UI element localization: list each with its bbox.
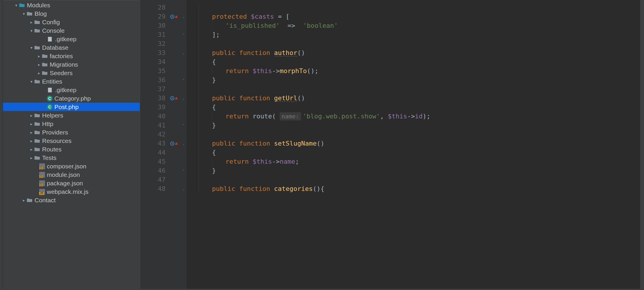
fold-handle[interactable]: ⌃ [181, 121, 186, 130]
gutter-marker[interactable] [170, 75, 181, 84]
gutter-marker[interactable] [170, 148, 181, 157]
override-icon[interactable] [170, 141, 174, 146]
fold-handle[interactable]: ⌄ [181, 48, 186, 57]
fold-handle[interactable] [181, 130, 186, 139]
gutter-marker[interactable] [170, 184, 181, 193]
chevron-down-icon[interactable]: ▾ [29, 79, 34, 84]
line-number[interactable]: 43 [140, 139, 170, 148]
fold-handle[interactable]: ⌄ [181, 184, 186, 193]
tree-item-factories[interactable]: ▸ factories [3, 52, 140, 60]
fold-handle[interactable] [181, 157, 186, 166]
fold-handle[interactable] [181, 57, 186, 66]
gutter-marker[interactable] [170, 39, 181, 48]
chevron-right-icon[interactable]: ▸ [36, 54, 42, 58]
up-arrow-icon[interactable] [175, 97, 178, 99]
tree-item-console[interactable]: ▾ Console [3, 26, 140, 35]
tree-item-webpack-mix-js[interactable]: webpack.mix.js [3, 187, 140, 196]
gutter-marker[interactable] [170, 175, 181, 184]
line-number[interactable]: 31 [140, 30, 170, 39]
line-number[interactable]: 29 [140, 12, 170, 21]
gutter-marker[interactable] [170, 157, 181, 166]
chevron-right-icon[interactable]: ▸ [29, 20, 34, 25]
tree-item-post-php[interactable]: C Post.php [3, 103, 140, 111]
chevron-right-icon[interactable]: ▸ [29, 122, 34, 126]
override-icon[interactable] [170, 15, 174, 19]
chevron-down-icon[interactable]: ▾ [13, 3, 19, 8]
fold-handle[interactable]: ⌃ [181, 166, 186, 175]
up-arrow-icon[interactable] [175, 15, 178, 18]
line-number[interactable]: 35 [140, 66, 170, 75]
line-number[interactable]: 38 [140, 94, 170, 103]
line-number[interactable]: 34 [140, 57, 170, 66]
gutter-marker[interactable] [170, 3, 181, 12]
gutter-marker[interactable] [170, 103, 181, 112]
fold-handle[interactable]: ⌃ [181, 75, 186, 84]
tree-item-routes[interactable]: ▸ Routes [3, 145, 140, 153]
gutter-marker[interactable] [170, 130, 181, 139]
fold-handle[interactable]: ⌄ [181, 139, 186, 148]
gutter-marker[interactable] [170, 57, 181, 66]
error-stripe[interactable] [640, 0, 644, 290]
tree-item-contact[interactable]: ▸ Contact [3, 196, 140, 204]
chevron-right-icon[interactable]: ▸ [29, 113, 34, 118]
line-number[interactable]: 36 [140, 75, 170, 84]
fold-handle[interactable] [181, 3, 186, 12]
tree-item-package-json[interactable]: package.json [3, 179, 140, 187]
tree-item-migrations[interactable]: ▸ Migrations [3, 60, 140, 69]
tree-item-composer-json[interactable]: composer.json [3, 162, 140, 170]
gutter-marker[interactable] [170, 66, 181, 75]
tree-item-http[interactable]: ▸ Http [3, 120, 140, 128]
override-icon[interactable] [170, 96, 174, 100]
chevron-right-icon[interactable]: ▸ [36, 62, 42, 67]
chevron-down-icon[interactable]: ▾ [29, 28, 34, 33]
line-number[interactable]: 33 [140, 48, 170, 57]
fold-gutter[interactable]: ⌄⌃⌄⌃⌄⌃⌄⌃⌄ [181, 0, 186, 290]
line-number[interactable]: 40 [140, 112, 170, 121]
tree-item-blog[interactable]: ▾ Blog [3, 9, 140, 18]
gutter-marker[interactable] [170, 139, 181, 148]
gutter-marker[interactable] [170, 84, 181, 94]
fold-handle[interactable] [181, 175, 186, 184]
gutter-marker[interactable] [170, 166, 181, 175]
tree-item-gitkeep[interactable]: .gitkeep [3, 35, 140, 43]
fold-handle[interactable] [181, 103, 186, 112]
tool-rail-left[interactable] [0, 0, 3, 290]
fold-handle[interactable]: ⌃ [181, 30, 186, 39]
marker-gutter[interactable] [170, 0, 181, 290]
tree-item-module-json[interactable]: module.json [3, 170, 140, 179]
chevron-right-icon[interactable]: ▸ [36, 71, 42, 75]
gutter-marker[interactable] [170, 12, 181, 21]
tree-item-tests[interactable]: ▸ Tests [3, 153, 140, 162]
code-editor[interactable]: 2829303132333435363738394041424344454647… [140, 0, 644, 290]
gutter-marker[interactable] [170, 21, 181, 30]
project-tree[interactable]: ▾ Modules ▾ Blog ▸ Config ▾ Console [3, 0, 140, 290]
tree-item-seeders[interactable]: ▸ Seeders [3, 69, 140, 77]
line-number[interactable]: 47 [140, 175, 170, 184]
tree-item-modules[interactable]: ▾ Modules [3, 1, 140, 9]
code-area[interactable]: protected $casts = [ 'is_published' => '… [186, 0, 640, 290]
gutter-marker[interactable] [170, 112, 181, 121]
gutter-marker[interactable] [170, 30, 181, 39]
fold-handle[interactable] [181, 21, 186, 30]
chevron-right-icon[interactable]: ▸ [29, 156, 34, 160]
fold-handle[interactable] [181, 66, 186, 75]
up-arrow-icon[interactable] [175, 142, 178, 145]
tree-item-config[interactable]: ▸ Config [3, 18, 140, 26]
tree-item-database[interactable]: ▾ Database [3, 43, 140, 52]
line-number[interactable]: 44 [140, 148, 170, 157]
line-number[interactable]: 28 [140, 3, 170, 12]
tree-item-providers[interactable]: ▸ Providers [3, 128, 140, 137]
gutter-marker[interactable] [170, 94, 181, 103]
gutter-marker[interactable] [170, 121, 181, 130]
gutter-marker[interactable] [170, 48, 181, 57]
line-number[interactable]: 42 [140, 130, 170, 139]
line-number[interactable]: 41 [140, 121, 170, 130]
line-number-gutter[interactable]: 2829303132333435363738394041424344454647… [140, 0, 170, 290]
chevron-right-icon[interactable]: ▸ [29, 139, 34, 143]
line-number[interactable]: 32 [140, 39, 170, 48]
tree-item-helpers[interactable]: ▸ Helpers [3, 111, 140, 120]
chevron-down-icon[interactable]: ▾ [21, 11, 26, 16]
chevron-right-icon[interactable]: ▸ [21, 198, 26, 203]
tree-item-gitkeep[interactable]: .gitkeep [3, 86, 140, 94]
fold-handle[interactable] [181, 112, 186, 121]
